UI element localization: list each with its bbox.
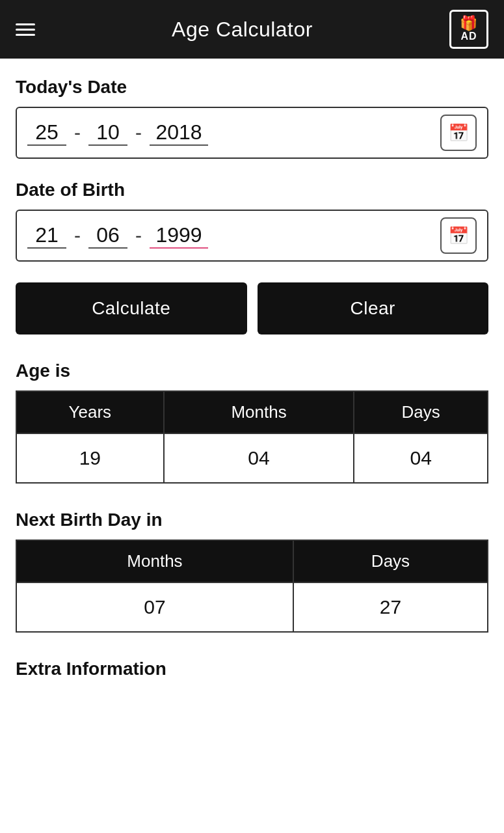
- next-birthday-label: Next Birth Day in: [16, 510, 488, 530]
- today-date-label: Today's Date: [16, 77, 488, 98]
- age-days-value: 04: [354, 433, 488, 483]
- action-buttons: Calculate Clear: [16, 282, 488, 335]
- next-days-value: 27: [293, 582, 488, 632]
- today-sep1: -: [72, 122, 83, 144]
- today-day-input[interactable]: [27, 120, 66, 146]
- dob-day-input[interactable]: [27, 223, 66, 249]
- age-months-header: Months: [164, 391, 354, 433]
- age-days-header: Days: [354, 391, 488, 433]
- today-date-box: - - 📅: [16, 107, 488, 159]
- dob-calendar-button[interactable]: 📅: [440, 217, 477, 254]
- ad-label: AD: [460, 31, 477, 42]
- age-months-value: 04: [164, 433, 354, 483]
- extra-information-label: Extra Information: [16, 659, 488, 679]
- calendar-icon: 📅: [448, 123, 469, 143]
- today-calendar-button[interactable]: 📅: [440, 115, 477, 151]
- today-month-input[interactable]: [88, 120, 127, 146]
- ad-button[interactable]: 🎁 AD: [449, 10, 488, 49]
- menu-button[interactable]: [16, 23, 35, 36]
- calculate-button[interactable]: Calculate: [16, 282, 247, 335]
- age-result-section: Age is Years Months Days 19 04 04: [16, 361, 488, 484]
- dob-month-input[interactable]: [88, 223, 127, 249]
- next-birthday-table: Months Days 07 27: [16, 539, 488, 633]
- today-year-input[interactable]: [150, 120, 208, 146]
- dob-sep2: -: [133, 225, 144, 247]
- dob-label: Date of Birth: [16, 180, 488, 200]
- today-sep2: -: [133, 122, 144, 144]
- app-title: Age Calculator: [172, 18, 313, 42]
- next-months-header: Months: [16, 540, 293, 582]
- next-days-header: Days: [293, 540, 488, 582]
- today-date-fields: - -: [27, 120, 440, 146]
- dob-year-input[interactable]: [150, 223, 208, 249]
- dob-date-fields: - -: [27, 223, 440, 249]
- age-is-label: Age is: [16, 361, 488, 381]
- age-years-value: 19: [16, 433, 164, 483]
- age-table: Years Months Days 19 04 04: [16, 390, 488, 484]
- next-months-value: 07: [16, 582, 293, 632]
- next-birthday-section: Next Birth Day in Months Days 07 27: [16, 510, 488, 633]
- age-values-row: 19 04 04: [16, 433, 488, 483]
- main-content: Today's Date - - 📅 Date of Birth - - 📅 C…: [0, 59, 504, 705]
- calendar-icon-dob: 📅: [448, 226, 469, 246]
- clear-button[interactable]: Clear: [258, 282, 489, 335]
- next-birthday-values-row: 07 27: [16, 582, 488, 632]
- dob-sep1: -: [72, 225, 83, 247]
- age-years-header: Years: [16, 391, 164, 433]
- gift-icon: 🎁: [460, 16, 477, 31]
- dob-date-box: - - 📅: [16, 210, 488, 262]
- app-header: Age Calculator 🎁 AD: [0, 0, 504, 59]
